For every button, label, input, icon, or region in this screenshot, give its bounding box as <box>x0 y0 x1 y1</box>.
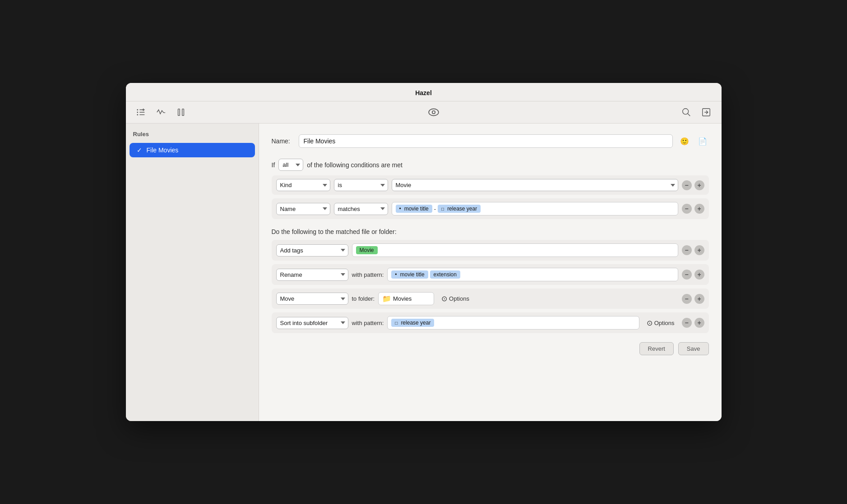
title-bar: Hazel <box>126 83 722 101</box>
svg-point-11 <box>429 109 439 115</box>
revert-button[interactable]: Revert <box>639 342 674 355</box>
options-label-4: Options <box>654 320 675 326</box>
toolbar <box>126 101 722 124</box>
name-label: Name: <box>272 137 293 145</box>
window-title: Hazel <box>415 89 432 96</box>
action-row-btns-2: − + <box>682 270 704 279</box>
emoji-button[interactable]: 🙂 <box>678 135 691 147</box>
svg-point-3 <box>137 112 138 113</box>
app-window: Hazel <box>126 83 722 421</box>
add-condition-2-button[interactable]: + <box>694 204 704 214</box>
svg-point-6 <box>137 114 138 115</box>
export-icon[interactable] <box>700 106 713 119</box>
action-row-3: Move Copy Rename to folder: 📁 Movies Doc… <box>272 289 709 309</box>
folder-select-wrap: 📁 Movies Documents Downloads <box>378 292 434 305</box>
svg-point-13 <box>682 109 688 115</box>
conditions-section: If all any of the following conditions a… <box>272 159 709 219</box>
with-pattern-label-4: with pattern: <box>352 320 384 326</box>
remove-action-4-button[interactable]: − <box>682 318 692 328</box>
action-pattern-4[interactable]: release year <box>387 316 639 330</box>
sidebar-header: Rules <box>126 128 259 142</box>
condition-pattern-2[interactable]: movie title - release year <box>392 202 678 215</box>
script-button[interactable]: 📄 <box>696 135 709 147</box>
action-select-1[interactable]: Add tags Rename Move <box>276 244 348 257</box>
action-row-btns-4: − + <box>682 318 704 328</box>
eye-icon[interactable] <box>427 106 440 119</box>
options-icon-4: ⊙ <box>647 319 653 327</box>
action-select-4[interactable]: Sort into subfolder Move Rename <box>276 317 348 329</box>
action-select-3[interactable]: Move Copy Rename <box>276 293 348 305</box>
do-row: Do the following to the matched file or … <box>272 228 709 235</box>
remove-action-2-button[interactable]: − <box>682 270 692 279</box>
action-token-release-year: release year <box>391 319 434 327</box>
options-label-3: Options <box>449 295 469 302</box>
condition-field-1[interactable]: Kind Name Extension <box>276 179 330 191</box>
condition-row-1: Kind Name Extension is is not Movie Musi… <box>272 175 709 195</box>
condition-row-btns-2: − + <box>682 204 704 214</box>
main-layout: Rules ✓ File Movies Name: 🙂 📄 If all <box>126 124 722 421</box>
condition-operator-2[interactable]: matches contains <box>334 203 388 215</box>
action-row-4: Sort into subfolder Move Rename with pat… <box>272 312 709 333</box>
add-condition-1-button[interactable]: + <box>694 180 704 190</box>
to-folder-label: to folder: <box>352 295 375 302</box>
search-icon[interactable] <box>680 106 693 119</box>
do-label: Do the following to the matched file or … <box>272 228 397 235</box>
action-row-2: Rename Add tags Move with pattern: movie… <box>272 264 709 285</box>
action-row-btns-1: − + <box>682 245 704 255</box>
condition-row-btns-1: − + <box>682 180 704 190</box>
save-button[interactable]: Save <box>678 342 709 355</box>
action-token-movie-title: movie title <box>391 270 428 279</box>
content-panel: Name: 🙂 📄 If all any of the following co… <box>259 124 722 421</box>
add-action-4-button[interactable]: + <box>694 318 704 328</box>
condition-operator-1[interactable]: is is not <box>334 179 388 191</box>
add-action-2-button[interactable]: + <box>694 270 704 279</box>
remove-condition-1-button[interactable]: − <box>682 180 692 190</box>
if-row: If all any of the following conditions a… <box>272 159 709 171</box>
svg-rect-10 <box>182 109 184 116</box>
svg-point-5 <box>137 109 138 110</box>
actions-section: Do the following to the matched file or … <box>272 228 709 333</box>
svg-line-14 <box>688 114 690 116</box>
sidebar-item-file-movies[interactable]: ✓ File Movies <box>130 143 255 157</box>
toolbar-left <box>135 106 187 119</box>
condition-row-2: Name Kind Extension matches contains mov… <box>272 198 709 219</box>
sidebar: Rules ✓ File Movies <box>126 124 259 421</box>
pause-icon[interactable] <box>175 106 187 119</box>
tag-movie: Movie <box>356 246 378 254</box>
svg-rect-9 <box>178 109 180 116</box>
toolbar-right <box>680 106 713 119</box>
action-row-1: Add tags Rename Move Movie − + <box>272 240 709 261</box>
name-row: Name: 🙂 📄 <box>272 134 709 148</box>
pattern-separator: - <box>434 206 436 212</box>
subfolder-options-button[interactable]: ⊙ Options <box>643 317 678 329</box>
name-input[interactable] <box>299 134 673 148</box>
remove-action-3-button[interactable]: − <box>682 294 692 304</box>
remove-condition-2-button[interactable]: − <box>682 204 692 214</box>
pattern-token-movie-title: movie title <box>396 205 432 213</box>
sidebar-item-label: File Movies <box>147 147 179 154</box>
add-action-3-button[interactable]: + <box>694 294 704 304</box>
with-pattern-label-2: with pattern: <box>352 271 384 278</box>
action-pattern-2[interactable]: movie title extension <box>387 268 678 281</box>
remove-action-1-button[interactable]: − <box>682 245 692 255</box>
tag-field-1[interactable]: Movie <box>352 243 678 257</box>
pattern-token-release-year: release year <box>438 205 481 213</box>
condition-field-2[interactable]: Name Kind Extension <box>276 203 330 215</box>
action-select-2[interactable]: Rename Add tags Move <box>276 269 348 281</box>
options-icon-3: ⊙ <box>441 294 447 303</box>
activity-icon[interactable] <box>155 106 167 119</box>
action-row-btns-3: − + <box>682 294 704 304</box>
condition-value-1[interactable]: Movie Music Image <box>392 179 678 191</box>
if-label: If <box>272 161 275 169</box>
all-select[interactable]: all any <box>278 159 303 171</box>
checkmark-icon: ✓ <box>137 147 142 154</box>
svg-point-12 <box>432 111 435 114</box>
bottom-row: Revert Save <box>272 342 709 355</box>
action-token-extension: extension <box>430 270 460 279</box>
add-list-icon[interactable] <box>135 106 148 119</box>
conditions-suffix: of the following conditions are met <box>307 161 403 169</box>
move-options-button[interactable]: ⊙ Options <box>438 293 473 305</box>
folder-icon: 📁 <box>382 294 391 303</box>
add-action-1-button[interactable]: + <box>694 245 704 255</box>
folder-select[interactable]: Movies Documents Downloads <box>393 295 430 302</box>
